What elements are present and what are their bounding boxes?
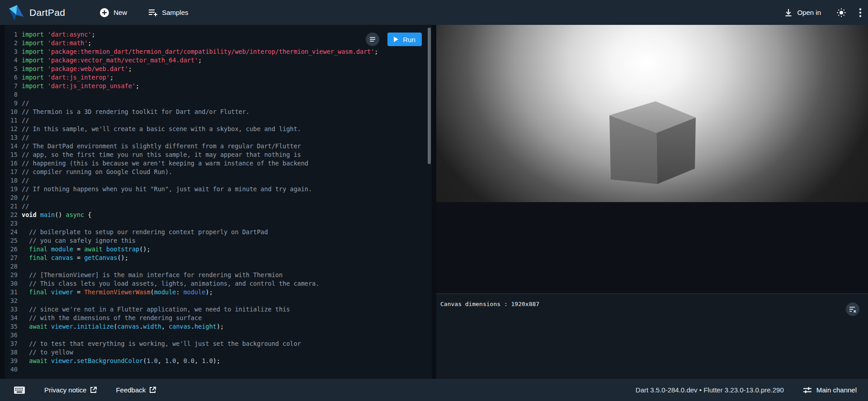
code-line[interactable]: 17// compiler running on Google Cloud Ru… (5, 168, 432, 176)
line-number: 27 (5, 254, 22, 262)
keyboard-shortcuts-button[interactable] (14, 386, 25, 394)
code-line[interactable]: 32 (5, 297, 432, 305)
line-number: 1 (5, 30, 22, 39)
play-icon (394, 37, 398, 42)
download-icon (784, 8, 793, 17)
code-line[interactable]: 39 await viewer.setBackgroundColor(1.0, … (5, 357, 432, 365)
open-in-new-icon (149, 387, 156, 393)
code-line[interactable]: 25 // you can safely ignore this (5, 236, 432, 245)
line-number: 23 (5, 219, 22, 228)
code-line[interactable]: 16// happening (this is because we aren'… (5, 159, 432, 168)
code-line[interactable]: 11// (5, 116, 432, 125)
samples-button[interactable]: Samples (148, 8, 188, 17)
code-line[interactable]: 4import 'package:vector_math/vector_math… (5, 56, 432, 65)
line-number: 12 (5, 125, 22, 133)
overflow-menu-button[interactable] (859, 8, 862, 18)
code-line[interactable]: 9// (5, 99, 432, 108)
code-line[interactable]: 21// (5, 202, 432, 211)
code-line[interactable]: 19// If nothing happens when you hit "Ru… (5, 185, 432, 193)
line-number: 20 (5, 193, 22, 202)
code-line[interactable]: 33 // since we're not in a Flutter appli… (5, 305, 432, 314)
line-number: 28 (5, 262, 22, 271)
code-line[interactable]: 27 final canvas = getCanvas(); (5, 254, 432, 262)
code-line[interactable]: 7import 'dart:js_interop_unsafe'; (5, 82, 432, 90)
code-line[interactable]: 10// Thermion is a 3D rendering toolkit … (5, 108, 432, 116)
line-number: 25 (5, 236, 22, 245)
code-line[interactable]: 29 // [ThermionViewer] is the main inter… (5, 271, 432, 279)
panel-splitter[interactable] (432, 25, 436, 379)
page-title: DartPad (29, 7, 65, 18)
status-bar: Privacy notice Feedback Dart 3.5.0-284.0… (0, 379, 868, 401)
code-line[interactable]: 12// In this sample, we'll create a basi… (5, 125, 432, 133)
code-line[interactable]: 38 // to yellow (5, 348, 432, 357)
code-line[interactable]: 24 // boilerplate to setup our rendering… (5, 228, 432, 236)
version-info: Dart 3.5.0-284.0.dev • Flutter 3.23.0-13… (636, 386, 784, 394)
line-number: 32 (5, 297, 22, 305)
line-number: 18 (5, 176, 22, 185)
code-line[interactable]: 3import 'package:thermion_dart/thermion_… (5, 47, 432, 56)
code-line[interactable]: 26 final module = await bootstrap(); (5, 245, 432, 254)
feedback-label: Feedback (116, 386, 146, 394)
line-number: 24 (5, 228, 22, 236)
line-number: 40 (5, 365, 22, 374)
line-number: 31 (5, 288, 22, 297)
code-line[interactable]: 14// The DartPad environment is slightly… (5, 142, 432, 151)
line-number: 5 (5, 65, 22, 73)
code-line[interactable]: 5import 'package:web/web.dart'; (5, 65, 432, 73)
format-button[interactable] (366, 33, 379, 46)
render-canvas[interactable] (436, 25, 868, 202)
code-line[interactable]: 37 // to test that everything is working… (5, 340, 432, 348)
line-number: 21 (5, 202, 22, 211)
console-panel: Canvas dimensions : 868x401 (436, 293, 868, 379)
keyboard-icon (14, 386, 25, 394)
line-number: 36 (5, 331, 22, 340)
line-number: 11 (5, 116, 22, 125)
line-number: 35 (5, 322, 22, 331)
line-number: 7 (5, 82, 22, 90)
new-button[interactable]: New (99, 8, 127, 18)
code-line[interactable]: 31 final viewer = ThermionViewerWasm(mod… (5, 288, 432, 297)
tune-icon (803, 387, 812, 394)
app-header: DartPad New Samples Open in (0, 0, 868, 25)
line-number: 2 (5, 39, 22, 47)
code-line[interactable]: 13// (5, 133, 432, 142)
code-line[interactable]: 6import 'dart:js_interop'; (5, 73, 432, 82)
feedback-link[interactable]: Feedback (116, 386, 156, 394)
code-line[interactable]: 28 (5, 262, 432, 271)
code-line[interactable]: 30 // This class lets you load assets, l… (5, 279, 432, 288)
channel-selector[interactable]: Main channel (803, 386, 857, 394)
brightness-toggle-button[interactable] (836, 8, 846, 18)
code-line[interactable]: 18// (5, 176, 432, 185)
run-button[interactable]: Run (387, 33, 422, 46)
plus-circle-icon (99, 8, 109, 18)
code-line[interactable]: 40 (5, 365, 432, 374)
privacy-notice-link[interactable]: Privacy notice (44, 386, 97, 394)
new-button-label: New (113, 9, 127, 16)
dartpad-logo-icon (8, 4, 24, 21)
line-number: 6 (5, 73, 22, 82)
brightness-sun-icon (836, 8, 846, 18)
open-in-label: Open in (797, 9, 821, 16)
clear-console-button[interactable] (846, 302, 859, 316)
line-number: 30 (5, 279, 22, 288)
code-line[interactable]: 20// (5, 193, 432, 202)
output-panel: Canvas dimensions : 868x401 (436, 25, 868, 379)
footer-right: Dart 3.5.0-284.0.dev • Flutter 3.23.0-13… (636, 386, 868, 394)
line-number: 29 (5, 271, 22, 279)
open-in-button[interactable]: Open in (784, 8, 821, 17)
line-number: 14 (5, 142, 22, 151)
code-line[interactable]: 36 (5, 331, 432, 340)
code-line[interactable]: 15// app, so the first time you run this… (5, 151, 432, 159)
privacy-notice-label: Privacy notice (44, 386, 86, 394)
code-line[interactable]: 8 (5, 90, 432, 99)
header-right: Open in (784, 8, 868, 18)
code-line[interactable]: 34 // with the dimensions of the renderi… (5, 314, 432, 322)
line-number: 4 (5, 56, 22, 65)
code-line[interactable]: 22void main() async { (5, 211, 432, 219)
editor-scrollbar[interactable] (428, 28, 431, 164)
code-line[interactable]: 23 (5, 219, 432, 228)
line-number: 39 (5, 357, 22, 365)
code-editor[interactable]: 1import 'dart:async';2import 'dart:math'… (5, 25, 432, 374)
line-number: 3 (5, 47, 22, 56)
code-line[interactable]: 35 await viewer.initialize(canvas.width,… (5, 322, 432, 331)
